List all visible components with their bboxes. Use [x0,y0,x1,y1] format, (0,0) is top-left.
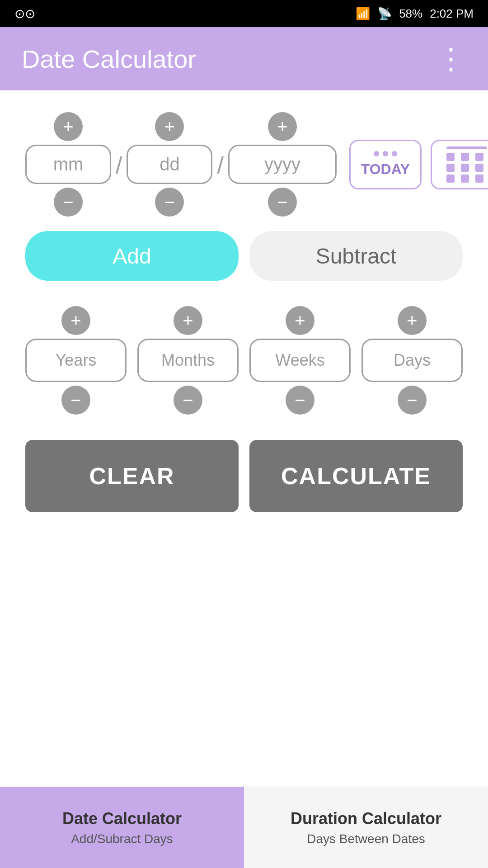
years-field-group: + Years − [25,306,127,415]
status-bar-right: 📶 📡 58% 2:02 PM [356,7,474,21]
yyyy-field-group: + yyyy − [228,112,337,217]
mm-input[interactable]: mm [25,145,111,184]
today-dot-3 [392,151,397,156]
today-dot-2 [383,151,388,156]
days-increment-button[interactable]: + [398,306,427,335]
date-sep-1: / [111,152,127,179]
cal-cell-2 [461,153,469,161]
today-dot-1 [374,151,379,156]
days-decrement-button[interactable]: − [398,386,427,415]
weeks-field-group: + Weeks − [249,306,351,415]
date-sep-2: / [212,152,228,179]
voicemail-icon: ⊙⊙ [14,6,35,21]
weeks-label: Weeks [275,351,324,370]
battery-label: 58% [399,7,422,21]
cal-cell-3 [475,153,483,161]
subtract-button[interactable]: Subtract [249,231,463,281]
calculate-button[interactable]: CALCULATE [249,440,463,512]
status-bar-left: ⊙⊙ [14,6,35,21]
yyyy-increment-button[interactable]: + [268,112,297,141]
mm-field-group: + mm − [25,112,111,217]
yyyy-placeholder: yyyy [264,154,300,175]
today-button[interactable]: TODAY [349,140,422,189]
mm-increment-button[interactable]: + [54,112,83,141]
mm-placeholder: mm [53,154,84,175]
dd-placeholder: dd [160,154,180,175]
clear-button[interactable]: CLEAR [25,440,239,512]
cal-cell-5 [461,164,469,172]
mode-buttons: Add Subtract [25,231,463,281]
yyyy-input[interactable]: yyyy [228,145,337,184]
time-label: 2:02 PM [430,7,474,21]
today-label: TODAY [361,161,410,178]
dd-increment-button[interactable]: + [155,112,184,141]
action-buttons: CLEAR CALCULATE [25,440,463,512]
status-bar: ⊙⊙ 📶 📡 58% 2:02 PM [0,0,488,27]
cal-cell-6 [475,164,483,172]
months-input[interactable]: Months [137,339,239,382]
cal-header [446,146,487,149]
cal-cell-1 [446,153,455,161]
weeks-input[interactable]: Weeks [249,339,351,382]
days-input[interactable]: Days [361,339,463,382]
main-content: + mm − / + dd − / + yyyy − [0,90,488,787]
calendar-picker-button[interactable] [431,140,488,189]
tab-duration-calculator[interactable]: Duration Calculator Days Between Dates [244,787,488,868]
years-increment-button[interactable]: + [61,306,90,335]
app-bar: Date Calculator ⋮ [0,27,488,90]
cal-cell-4 [446,164,455,172]
months-field-group: + Months − [137,306,239,415]
tab-date-calculator-title: Date Calculator [62,809,182,828]
months-decrement-button[interactable]: − [174,386,202,415]
dd-input[interactable]: dd [127,145,212,184]
days-field-group: + Days − [361,306,463,415]
years-input[interactable]: Years [25,339,127,382]
cal-cell-8 [461,175,469,183]
tab-date-calculator-subtitle: Add/Subract Days [71,832,173,846]
weeks-decrement-button[interactable]: − [286,386,314,415]
mm-decrement-button[interactable]: − [54,188,83,217]
months-increment-button[interactable]: + [174,306,202,335]
cal-cell-7 [446,175,455,183]
signal-icon: 📡 [377,7,392,21]
bottom-nav: Date Calculator Add/Subract Days Duratio… [0,787,488,868]
calendar-buttons: TODAY [349,140,488,189]
today-cal-dots [374,151,397,156]
wifi-icon: 📶 [356,7,370,21]
months-label: Months [161,351,215,370]
years-label: Years [56,351,97,370]
years-decrement-button[interactable]: − [61,386,90,415]
days-label: Days [394,351,431,370]
tab-duration-calculator-subtitle: Days Between Dates [307,832,425,846]
app-title: Date Calculator [22,44,196,74]
tab-date-calculator[interactable]: Date Calculator Add/Subract Days [0,787,244,868]
cal-cell-9 [475,175,483,183]
date-input-row: + mm − / + dd − / + yyyy − [25,112,463,217]
duration-row: + Years − + Months − + Weeks − + Da [25,306,463,415]
weeks-increment-button[interactable]: + [286,306,314,335]
dd-field-group: + dd − [127,112,212,217]
menu-icon[interactable]: ⋮ [436,44,466,73]
cal-grid [446,153,487,183]
tab-duration-calculator-title: Duration Calculator [291,809,441,828]
dd-decrement-button[interactable]: − [155,188,184,217]
add-button[interactable]: Add [25,231,239,281]
yyyy-decrement-button[interactable]: − [268,188,297,217]
